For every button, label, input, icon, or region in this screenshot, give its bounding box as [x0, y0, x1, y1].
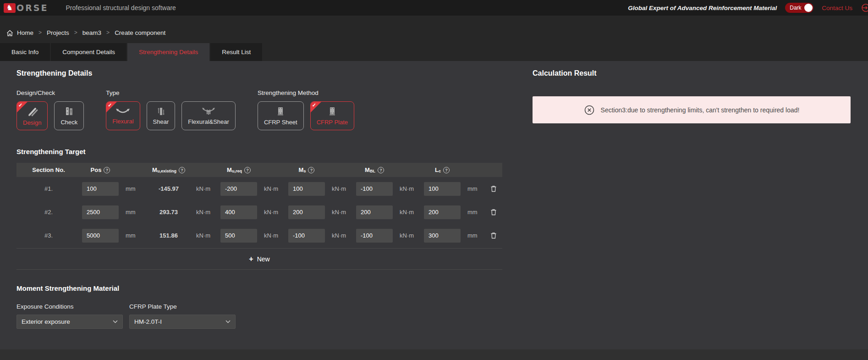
unit-label: kN·m — [394, 209, 423, 216]
help-icon[interactable]: ? — [443, 167, 450, 173]
shear-label: Shear — [153, 118, 169, 125]
home-icon[interactable] — [6, 30, 13, 37]
group-label: Strengthening Method — [258, 89, 354, 96]
unit-label: mm — [120, 209, 147, 216]
top-bar: ♞ ORSE Professional structural design so… — [0, 0, 868, 16]
exposure-conditions-label: Exposure Conditions — [16, 303, 123, 310]
unit-label: mm — [120, 185, 147, 192]
mu-existing-value: 293.73 — [147, 209, 191, 216]
mu-existing-value: 151.86 — [147, 232, 191, 239]
new-label: New — [257, 255, 270, 263]
cfrp-plate-icon — [327, 106, 337, 116]
breadcrumb-create-component[interactable]: Create component — [115, 29, 165, 36]
mu-req-input[interactable] — [220, 205, 257, 219]
ms-input[interactable] — [288, 229, 325, 243]
ms-input[interactable] — [288, 205, 325, 219]
unit-label: kN·m — [326, 185, 355, 192]
add-new-row-button[interactable]: + New — [16, 248, 502, 270]
breadcrumb: Home > Projects > beam3 > Create compone… — [0, 16, 868, 43]
help-icon[interactable]: ? — [378, 167, 384, 173]
tab-basic-info[interactable]: Basic Info — [0, 43, 50, 61]
tab-strengthening-details[interactable]: Strengthening Details — [127, 43, 209, 61]
unit-label: kN·m — [326, 232, 355, 239]
exposure-conditions-value: Exterior exposure — [22, 318, 70, 325]
breadcrumb-separator: > — [74, 29, 77, 36]
unit-label: kN·m — [326, 209, 355, 216]
help-icon[interactable]: ? — [104, 167, 110, 173]
mbl-input[interactable] — [356, 229, 393, 243]
target-table: Section No. Pos? Mu,existing? Mu,req? Ms… — [16, 163, 502, 270]
pos-input[interactable] — [82, 205, 119, 219]
help-icon[interactable]: ? — [179, 167, 185, 173]
table-row: #2. mm 293.73 kN·m kN·m kN·m kN·m mm — [16, 200, 502, 224]
calculation-result-title: Calculation Result — [533, 69, 851, 78]
mu-req-input[interactable] — [220, 229, 257, 243]
group-type: Type ✓ Flexural — [106, 89, 236, 130]
mbl-input[interactable] — [356, 182, 393, 196]
mbl-input[interactable] — [356, 205, 393, 219]
ms-input[interactable] — [288, 182, 325, 196]
lc-input[interactable] — [424, 182, 461, 196]
help-icon[interactable]: ? — [244, 167, 251, 173]
shear-option-card[interactable]: Shear — [147, 101, 176, 130]
delete-row-button[interactable] — [488, 230, 499, 241]
help-icon[interactable]: ? — [308, 167, 314, 173]
lc-input[interactable] — [424, 229, 461, 243]
chevron-down-icon — [113, 320, 118, 323]
cfrp-plate-type-select[interactable]: HM-2.0T-I — [129, 315, 236, 329]
logout-icon[interactable] — [861, 3, 868, 13]
breadcrumb-home[interactable]: Home — [17, 29, 33, 36]
cfrp-sheet-option-card[interactable]: CFRP Sheet — [258, 101, 304, 130]
cfrp-sheet-icon — [275, 106, 286, 116]
main-panel: Strengthening Details Design/Check ✓ Des… — [0, 61, 868, 349]
mu-req-input[interactable] — [220, 182, 257, 196]
check-option-card[interactable]: Check — [54, 101, 84, 130]
check-label: Check — [60, 119, 77, 126]
error-message-text: Section3:due to strengthening limits, ca… — [601, 106, 800, 114]
trash-icon — [490, 185, 497, 193]
table-row: #1. mm -145.97 kN·m kN·m kN·m kN·m mm — [16, 177, 502, 200]
section-label: #1. — [16, 185, 81, 192]
app-logo[interactable]: ♞ ORSE — [4, 3, 48, 13]
check-mark-icon: ✓ — [108, 102, 112, 108]
flexural-shear-option-card[interactable]: Flexural&Shear — [181, 101, 236, 130]
pos-input[interactable] — [82, 182, 119, 196]
calculator-icon — [64, 106, 75, 116]
delete-row-button[interactable] — [488, 183, 499, 194]
col-ms: Ms? — [287, 166, 326, 173]
design-option-card[interactable]: ✓ Design — [16, 101, 48, 130]
tab-component-details[interactable]: Component Details — [51, 43, 126, 61]
pos-input[interactable] — [82, 229, 119, 243]
table-header: Section No. Pos? Mu,existing? Mu,req? Ms… — [16, 163, 502, 177]
breadcrumb-projects[interactable]: Projects — [47, 29, 69, 36]
col-mu-req: Mu,req? — [219, 166, 258, 173]
page-title: Strengthening Details — [16, 69, 502, 78]
exposure-conditions-select[interactable]: Exterior exposure — [16, 315, 123, 329]
mu-existing-value: -145.97 — [147, 185, 191, 192]
theme-toggle[interactable]: Dark — [785, 3, 813, 13]
trash-icon — [490, 232, 497, 239]
theme-toggle-label: Dark — [790, 5, 801, 11]
group-design-check: Design/Check ✓ Design — [16, 89, 84, 130]
col-pos: Pos? — [81, 166, 120, 173]
material-title: Moment Strengthening Material — [16, 284, 502, 292]
flexural-option-card[interactable]: ✓ Flexural — [106, 101, 140, 130]
delete-row-button[interactable] — [488, 206, 499, 218]
unit-label: kN·m — [258, 232, 287, 239]
unit-label: mm — [462, 232, 484, 239]
contact-us-link[interactable]: Contact Us — [822, 5, 852, 11]
tab-result-list[interactable]: Result List — [210, 43, 262, 61]
col-mu-existing: Mu,existing? — [147, 166, 191, 173]
unit-label: kN·m — [191, 232, 219, 239]
unit-label: mm — [462, 209, 484, 216]
cfrp-plate-type-value: HM-2.0T-I — [134, 318, 162, 325]
chevron-down-icon — [225, 320, 231, 323]
cfrp-plate-option-card[interactable]: ✓ CFRP Plate — [310, 101, 354, 130]
cfrp-sheet-label: CFRP Sheet — [264, 119, 297, 126]
horse-icon: ♞ — [4, 3, 16, 13]
lc-input[interactable] — [424, 205, 461, 219]
col-lc: Lc? — [423, 166, 462, 173]
breadcrumb-beam3[interactable]: beam3 — [82, 29, 101, 36]
col-mbl: MBL? — [355, 166, 394, 173]
cfrp-plate-type-label: CFRP Plate Type — [129, 303, 236, 310]
